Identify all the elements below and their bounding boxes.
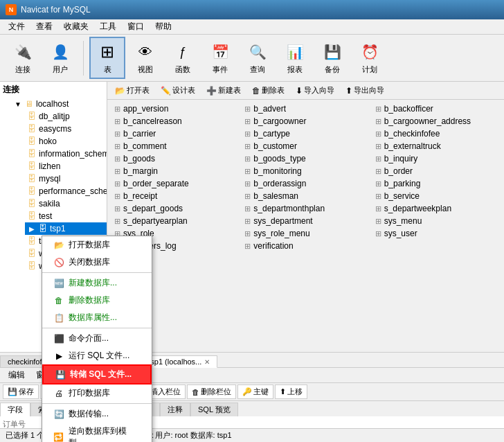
delete-table-btn[interactable]: 🗑 删除表 (247, 83, 289, 98)
ctx-dump-sql[interactable]: 💾 转储 SQL 文件... (42, 364, 152, 384)
toolbar-report[interactable]: 📊 报表 (278, 37, 312, 78)
db-icon-2: 🗄 (28, 124, 36, 134)
table-entry-b_orderassign[interactable]: ⊞b_orderassign (240, 177, 370, 190)
table-entry-icon: ⊞ (375, 117, 381, 126)
table-entry-b_inquiry[interactable]: ⊞b_inquiry (371, 152, 501, 165)
table-entry-sys_menu[interactable]: ⊞sys_menu (371, 215, 501, 227)
table-entry-b_parking[interactable]: ⊞b_parking (371, 177, 501, 190)
toolbar-function[interactable]: ƒ 函数 (165, 37, 200, 78)
table-entry-b_carrier[interactable]: ⊞b_carrier (110, 127, 240, 140)
ctx-new-db[interactable]: 🆕 新建数据库... (42, 274, 152, 292)
delete-field-btn[interactable]: 🗑 删除栏位 (187, 384, 236, 399)
table-entry-b_externaltruck[interactable]: ⊞b_externaltruck (371, 140, 501, 152)
table-entry-b_monitoring[interactable]: ⊞b_monitoring (240, 165, 370, 177)
ctx-cmd-line[interactable]: ⬛ 命令介面... (42, 330, 152, 347)
import-wizard-btn[interactable]: ⬇ 导入向导 (291, 83, 339, 98)
ctx-run-sql[interactable]: ▶ 运行 SQL 文件... (42, 347, 152, 364)
fields-tab-fields[interactable]: 字段 (0, 403, 30, 416)
table-entry-icon: ⊞ (375, 130, 381, 139)
table-entry-s_departweekplan[interactable]: ⊞s_departweekplan (371, 202, 501, 215)
ctx-data-transfer[interactable]: 🔄 数据传输... (42, 405, 152, 423)
toolbar-view[interactable]: 👁 视图 (128, 37, 163, 78)
fields-tab-comment[interactable]: 注释 (160, 403, 190, 416)
toolbar-event[interactable]: 📅 事件 (203, 37, 237, 78)
menu-favorites[interactable]: 收藏夹 (58, 19, 94, 34)
expand-icon: ▼ (14, 100, 22, 108)
ctx-reverse[interactable]: 🔁 逆向数据库到模型... (42, 423, 152, 442)
ctx-db-props[interactable]: 📋 数据库属性... (42, 309, 152, 326)
table-entry-app_version[interactable]: ⊞app_version (110, 103, 240, 115)
tab-b-order-close[interactable]: ✕ (204, 358, 210, 366)
table-entry-b_advert[interactable]: ⊞b_advert (240, 103, 370, 115)
toolbar-table[interactable]: ⊞ 表 (89, 37, 125, 79)
move-up-btn[interactable]: ⬆ 上移 (275, 384, 307, 399)
open-table-btn[interactable]: 📂 打开表 (110, 83, 154, 98)
toolbar-backup[interactable]: 💾 备份 (315, 37, 350, 78)
ctx-del-db[interactable]: 🗑 删除数据库 (42, 292, 152, 309)
tree-performance-schema[interactable]: 🗄 performance_schema (25, 185, 107, 197)
table-entry-name: s_departyearplan (123, 216, 188, 226)
new-table-btn[interactable]: ➕ 新建表 (201, 83, 246, 98)
save-btn[interactable]: 💾 保存 (3, 384, 39, 399)
table-entry-verification[interactable]: ⊞verification (240, 240, 370, 252)
table-entry-b_checkinfofee[interactable]: ⊞b_checkinfofee (371, 127, 501, 140)
table-entry-s_depart_goods[interactable]: ⊞s_depart_goods (110, 202, 240, 215)
export-wizard-btn[interactable]: ⬆ 导出向导 (341, 83, 389, 98)
perf-schema-label: performance_schema (39, 186, 107, 196)
table-entry-b_cancelreason[interactable]: ⊞b_cancelreason (110, 115, 240, 127)
tree-tsp1[interactable]: ▶ 🗄 tsp1 (25, 222, 107, 235)
table-entry-sys_role_menu[interactable]: ⊞sys_role_menu (240, 227, 370, 240)
toolbar-query[interactable]: 🔍 查询 (240, 37, 275, 78)
table-entry-s_departyearplan[interactable]: ⊞s_departyearplan (110, 215, 240, 227)
ctx-close-db[interactable]: 🚫 关闭数据库 (42, 254, 152, 271)
tree-mysql[interactable]: 🗄 mysql (25, 173, 107, 185)
tsp1-expand-icon: ▶ (28, 225, 36, 233)
table-entry-sys_user[interactable]: ⊞sys_user (371, 227, 501, 240)
menu-file[interactable]: 文件 (3, 19, 30, 34)
table-entry-icon: ⊞ (375, 192, 381, 201)
table-entry-b_receipt[interactable]: ⊞b_receipt (110, 190, 240, 202)
table-entry-icon: ⊞ (244, 105, 251, 114)
table-entry-b_comment[interactable]: ⊞b_comment (110, 140, 240, 152)
bottom-menu-edit[interactable]: 编辑 (3, 368, 30, 382)
table-entry-b_customer[interactable]: ⊞b_customer (240, 140, 370, 152)
table-entry-sys_department[interactable]: ⊞sys_department (240, 215, 370, 227)
primary-key-btn[interactable]: 🔑 主键 (237, 384, 273, 399)
toolbar-connect[interactable]: 🔌 连接 (6, 37, 40, 78)
table-entry-s_departmonthplan[interactable]: ⊞s_departmonthplan (240, 202, 370, 215)
toolbar-schedule[interactable]: ⏰ 计划 (352, 37, 387, 78)
insert-field-label: 插入栏位 (150, 387, 181, 397)
table-entry-b_service[interactable]: ⊞b_service (371, 190, 501, 202)
fields-tab-sql-preview[interactable]: SQL 预览 (190, 403, 238, 416)
design-table-btn[interactable]: ✏️ 设计表 (156, 83, 200, 98)
tree-localhost[interactable]: ▼ 🖥 localhost (11, 98, 107, 110)
toolbar-user[interactable]: 👤 用户 (43, 37, 78, 78)
tree-test[interactable]: 🗄 test (25, 210, 107, 222)
tree-sakila[interactable]: 🗄 sakila (25, 197, 107, 210)
table-entry-b_cargoowner[interactable]: ⊞b_cargoowner (240, 115, 370, 127)
menu-help[interactable]: 帮助 (150, 19, 177, 34)
menu-tools[interactable]: 工具 (94, 19, 122, 34)
table-entry-b_order[interactable]: ⊞b_order (371, 165, 501, 177)
tree-easycms[interactable]: 🗄 easycms (25, 123, 107, 135)
table-entry-b_cartype[interactable]: ⊞b_cartype (240, 127, 370, 140)
tree-information-schema[interactable]: 🗄 information_schema (25, 148, 107, 160)
table-entry-b_margin[interactable]: ⊞b_margin (110, 165, 240, 177)
ctx-open-db[interactable]: 📂 打开数据库 (42, 236, 152, 254)
tree-db-alitjp[interactable]: 🗄 db_alitjp (25, 110, 107, 123)
table-toolbar: 📂 打开表 ✏️ 设计表 ➕ 新建表 🗑 删除表 ⬇ 导入向导 ⬆ 导出向导 (107, 82, 504, 100)
open-table-icon: 📂 (115, 86, 125, 96)
table-entry-b_order_separate[interactable]: ⊞b_order_separate (110, 177, 240, 190)
table-entry-icon: ⊞ (244, 229, 251, 238)
table-entry-b_cargoowner_address[interactable]: ⊞b_cargoowner_address (371, 115, 501, 127)
tree-hoko[interactable]: 🗄 hoko (25, 135, 107, 148)
ctx-data-transfer-label: 数据传输... (69, 408, 109, 420)
table-entry-b_salesman[interactable]: ⊞b_salesman (240, 190, 370, 202)
ctx-print-db[interactable]: 🖨 打印数据库 (42, 384, 152, 402)
tree-lizhen[interactable]: 🗄 lizhen (25, 160, 107, 173)
table-entry-b_backofficer[interactable]: ⊞b_backofficer (371, 103, 501, 115)
menu-window[interactable]: 窗口 (122, 19, 150, 34)
menu-view[interactable]: 查看 (30, 19, 58, 34)
table-entry-b_goods_type[interactable]: ⊞b_goods_type (240, 152, 370, 165)
table-entry-b_goods[interactable]: ⊞b_goods (110, 152, 240, 165)
